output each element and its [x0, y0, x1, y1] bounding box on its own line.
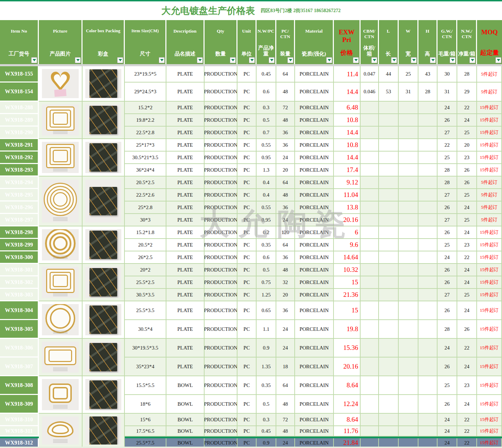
cell-nw[interactable]: 0.6 — [257, 251, 276, 264]
cell-cbm[interactable] — [361, 301, 379, 320]
colorbox-photo[interactable] — [85, 229, 121, 260]
cell-nw-ctn[interactable]: 22 — [457, 339, 477, 357]
cell-gw[interactable]: 26 — [438, 395, 457, 414]
cell-h[interactable] — [418, 127, 438, 139]
cell-unit[interactable]: PC — [237, 127, 257, 139]
cell-qty[interactable]: PRODUCTION — [205, 164, 237, 176]
cell-h[interactable] — [418, 339, 438, 357]
cell-gw[interactable]: 27 — [438, 127, 457, 139]
cell-nw[interactable]: 1.3 — [257, 164, 276, 176]
product-photo[interactable] — [42, 180, 79, 222]
cell-qty[interactable]: PRODUCTION — [205, 426, 237, 437]
cell-nw[interactable]: 0.5 — [257, 114, 276, 127]
cell-h[interactable] — [418, 395, 438, 414]
cell-item-no[interactable]: WX918-297 — [0, 214, 39, 226]
cell-l[interactable] — [379, 176, 399, 189]
cell-qty[interactable]: PRODUCTION — [205, 176, 237, 189]
filter-dropdown-button[interactable] — [411, 57, 417, 63]
cell-nw[interactable]: 1.1 — [257, 320, 276, 339]
cell-item-no[interactable]: WX918-155 — [0, 66, 39, 83]
column-header-description[interactable]: Description 品名描述 — [166, 20, 205, 64]
cell-pc-ctn[interactable]: 64 — [276, 376, 295, 395]
cell-nw[interactable]: 0.35 — [257, 239, 276, 251]
cell-desc[interactable]: PLATE — [166, 289, 205, 301]
cell-price[interactable]: 11.4 — [334, 66, 361, 83]
filter-dropdown-button[interactable] — [75, 57, 81, 63]
cell-moq[interactable]: 15件起订 — [477, 339, 502, 357]
cell-gw[interactable]: 24 — [438, 251, 457, 264]
cell-size[interactable]: 19.8*2.2 — [125, 114, 166, 127]
cell-desc[interactable]: BOWL — [166, 376, 205, 395]
cell-qty[interactable]: PRODUCTION — [205, 339, 237, 357]
cell-gw[interactable]: 24 — [438, 414, 457, 426]
cell-nw-ctn[interactable]: 24 — [457, 114, 477, 127]
cell-size[interactable]: 30.5*21*3.5 — [125, 152, 166, 164]
cell-nw[interactable]: 0.7 — [257, 127, 276, 139]
cell-desc[interactable]: PLATE — [166, 301, 205, 320]
cell-cbm[interactable] — [361, 264, 379, 276]
product-photo[interactable] — [42, 342, 79, 373]
cell-cbm[interactable] — [361, 176, 379, 189]
cell-unit[interactable]: PC — [237, 114, 257, 127]
cell-item-no[interactable]: WX918-299 — [0, 239, 39, 251]
cell-desc[interactable]: PLATE — [166, 127, 205, 139]
cell-unit[interactable]: PC — [237, 201, 257, 214]
cell-desc[interactable]: PLATE — [166, 176, 205, 189]
colorbox-cell[interactable] — [83, 176, 125, 226]
cell-nw-ctn[interactable]: 29 — [457, 83, 477, 102]
column-header-item-size-cm-[interactable]: Item Size(CM) 尺寸 — [125, 20, 166, 64]
filter-dropdown-button[interactable] — [31, 57, 37, 63]
cell-w[interactable] — [399, 114, 418, 127]
picture-cell[interactable] — [39, 301, 83, 339]
cell-price[interactable]: 17.4 — [334, 164, 361, 176]
cell-item-no[interactable]: WX918-304 — [0, 301, 39, 320]
cell-nw-ctn[interactable]: 24 — [457, 226, 477, 239]
cell-unit[interactable]: PC — [237, 214, 257, 226]
column-header-h[interactable]: H 高 — [418, 20, 438, 64]
cell-price[interactable]: 10.8 — [334, 139, 361, 152]
cell-size[interactable]: 25.5*2.5 — [125, 276, 166, 289]
cell-material[interactable]: PORCELAIN — [295, 289, 334, 301]
cell-nw-ctn[interactable]: 25 — [457, 127, 477, 139]
cell-qty[interactable]: PRODUCTION — [205, 226, 237, 239]
filter-dropdown-button[interactable] — [230, 57, 236, 63]
cell-material[interactable]: PORCELAIN — [295, 239, 334, 251]
cell-size[interactable]: 18*6 — [125, 395, 166, 414]
cell-pc-ctn[interactable]: 48 — [276, 83, 295, 102]
colorbox-photo[interactable] — [85, 304, 121, 335]
column-header-material[interactable]: Material 瓷质(强化) — [295, 20, 334, 64]
cell-qty[interactable]: PRODUCTION — [205, 239, 237, 251]
cell-l[interactable] — [379, 201, 399, 214]
cell-h[interactable] — [418, 414, 438, 426]
cell-size[interactable]: 23*19.5*5 — [125, 66, 166, 83]
filter-dropdown-button[interactable] — [269, 57, 275, 63]
cell-l[interactable] — [379, 414, 399, 426]
cell-qty[interactable]: PRODUCTION — [205, 189, 237, 201]
cell-size[interactable]: 20.5*2.5 — [125, 176, 166, 189]
cell-item-no[interactable]: WX918-288 — [0, 102, 39, 114]
cell-size[interactable]: 25*17*3 — [125, 139, 166, 152]
cell-h[interactable] — [418, 176, 438, 189]
cell-nw[interactable]: 1.35 — [257, 357, 276, 376]
cell-h[interactable] — [418, 289, 438, 301]
cell-gw[interactable]: 28 — [438, 320, 457, 339]
cell-price[interactable]: 12.24 — [334, 395, 361, 414]
colorbox-photo[interactable] — [85, 142, 121, 173]
cell-gw[interactable]: 26 — [438, 264, 457, 276]
cell-material[interactable]: PORCELAIN — [295, 189, 334, 201]
cell-h[interactable] — [418, 426, 438, 437]
picture-cell[interactable] — [39, 414, 83, 448]
cell-h[interactable]: 28 — [418, 83, 438, 102]
cell-gw[interactable]: 25 — [438, 239, 457, 251]
colorbox-cell[interactable] — [83, 102, 125, 139]
cell-price[interactable]: 9.12 — [334, 176, 361, 189]
cell-item-no[interactable]: WX918-302 — [0, 276, 39, 289]
cell-item-no[interactable]: WX918-309 — [0, 395, 39, 414]
cell-nw-ctn[interactable]: 22 — [457, 426, 477, 437]
cell-h[interactable] — [418, 376, 438, 395]
cell-gw[interactable]: 27 — [438, 214, 457, 226]
picture-cell[interactable] — [39, 264, 83, 301]
cell-pc-ctn[interactable]: 72 — [276, 414, 295, 426]
cell-l[interactable]: 44 — [379, 66, 399, 83]
cell-w[interactable] — [399, 376, 418, 395]
